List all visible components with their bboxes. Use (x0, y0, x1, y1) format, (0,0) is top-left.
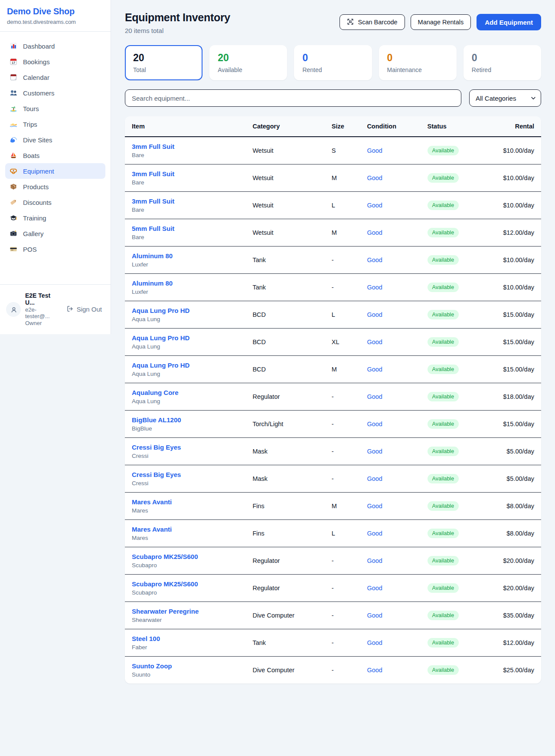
rental-rate-cell: $20.00/day (481, 575, 541, 602)
condition-link[interactable]: Good (367, 311, 382, 318)
sidebar-item-bookings[interactable]: 17Bookings (5, 54, 105, 69)
condition-link[interactable]: Good (367, 284, 382, 291)
status-badge: Available (428, 611, 459, 620)
sidebar-item-products[interactable]: Products (5, 179, 105, 194)
item-name-link[interactable]: Cressi Big Eyes (132, 471, 238, 478)
item-brand: Faber (132, 644, 238, 651)
item-name-link[interactable]: Cressi Big Eyes (132, 444, 238, 451)
condition-link[interactable]: Good (367, 256, 382, 263)
size-cell: - (325, 274, 360, 301)
scan-barcode-button[interactable]: Scan Barcode (340, 14, 405, 30)
condition-link[interactable]: Good (367, 448, 382, 455)
search-input[interactable] (125, 89, 461, 107)
item-name-link[interactable]: Shearwater Peregrine (132, 608, 238, 615)
sidebar-item-label: Equipment (23, 168, 54, 175)
sidebar-item-label: POS (23, 246, 37, 253)
condition-link[interactable]: Good (367, 475, 382, 482)
table-row: Scubapro MK25/S600ScubaproRegulator-Good… (125, 575, 541, 602)
condition-link[interactable]: Good (367, 612, 382, 619)
table-row: 5mm Full SuitBareWetsuitMGoodAvailable$1… (125, 219, 541, 247)
stat-card-retired[interactable]: 0Retired (464, 45, 541, 80)
status-badge: Available (428, 173, 459, 183)
sidebar-item-training[interactable]: Training (5, 210, 105, 226)
item-name-link[interactable]: Suunto Zoop (132, 662, 238, 670)
column-header-rental: Rental (481, 116, 541, 137)
sidebar-item-trips[interactable]: Trips (5, 116, 105, 132)
condition-link[interactable]: Good (367, 530, 382, 537)
sidebar-item-calendar[interactable]: Calendar (5, 69, 105, 85)
sidebar-item-pos[interactable]: POS (5, 241, 105, 257)
condition-link[interactable]: Good (367, 667, 382, 674)
stat-card-available[interactable]: 20Available (209, 45, 287, 80)
table-row: Aqua Lung Pro HDAqua LungBCDLGoodAvailab… (125, 301, 541, 329)
item-name-link[interactable]: 5mm Full Suit (132, 225, 238, 232)
add-equipment-button[interactable]: Add Equipment (477, 14, 541, 30)
condition-link[interactable]: Good (367, 585, 382, 592)
item-brand: Luxfer (132, 289, 238, 295)
size-cell: M (325, 356, 360, 383)
speedboat-icon (10, 120, 17, 128)
item-name-link[interactable]: Aqua Lung Pro HD (132, 362, 238, 369)
status-badge: Available (428, 583, 459, 593)
item-brand: Aqua Lung (132, 343, 238, 350)
sidebar-item-gallery[interactable]: Gallery (5, 226, 105, 241)
condition-link[interactable]: Good (367, 229, 382, 236)
table-row: Aluminum 80LuxferTank-GoodAvailable$10.0… (125, 274, 541, 301)
table-row: 3mm Full SuitBareWetsuitSGoodAvailable$1… (125, 137, 541, 164)
main-content: Equipment Inventory 20 items total Scan … (111, 0, 555, 699)
stat-card-rented[interactable]: 0Rented (294, 45, 372, 80)
item-name-link[interactable]: Steel 100 (132, 635, 238, 642)
category-cell: Regulator (245, 383, 324, 411)
item-name-link[interactable]: Aqua Lung Pro HD (132, 334, 238, 342)
condition-link[interactable]: Good (367, 339, 382, 345)
column-header-category: Category (245, 116, 324, 137)
item-name-link[interactable]: Aqualung Core (132, 389, 238, 396)
brand-name[interactable]: Demo Dive Shop (7, 7, 104, 16)
sidebar-item-dive-sites[interactable]: Dive Sites (5, 132, 105, 148)
item-name-link[interactable]: Mares Avanti (132, 526, 238, 533)
category-cell: Tank (245, 274, 324, 301)
condition-link[interactable]: Good (367, 202, 382, 209)
sidebar-item-discounts[interactable]: Discounts (5, 194, 105, 210)
item-name-link[interactable]: Scubapro MK25/S600 (132, 553, 238, 560)
item-brand: Scubapro (132, 589, 238, 596)
page-title-block: Equipment Inventory 20 items total (125, 11, 230, 34)
condition-link[interactable]: Good (367, 174, 382, 181)
rental-rate-cell: $18.00/day (481, 383, 541, 411)
item-brand: Aqua Lung (132, 371, 238, 377)
stat-card-maintenance[interactable]: 0Maintenance (379, 45, 457, 80)
stat-card-total[interactable]: 20Total (125, 45, 202, 80)
sign-out-button[interactable]: Sign Out (64, 305, 104, 314)
condition-link[interactable]: Good (367, 421, 382, 427)
condition-link[interactable]: Good (367, 147, 382, 154)
size-cell: - (325, 547, 360, 575)
size-cell: - (325, 438, 360, 465)
item-name-link[interactable]: BigBlue AL1200 (132, 416, 238, 424)
condition-link[interactable]: Good (367, 503, 382, 509)
manage-rentals-button[interactable]: Manage Rentals (411, 14, 471, 30)
table-row: Steel 100FaberTank-GoodAvailable$12.00/d… (125, 629, 541, 657)
sidebar-item-dashboard[interactable]: Dashboard (5, 38, 105, 54)
item-name-link[interactable]: 3mm Full Suit (132, 143, 238, 150)
condition-link[interactable]: Good (367, 639, 382, 646)
item-name-link[interactable]: 3mm Full Suit (132, 170, 238, 177)
item-name-link[interactable]: Scubapro MK25/S600 (132, 580, 238, 588)
item-name-link[interactable]: Aluminum 80 (132, 252, 238, 260)
sidebar-item-customers[interactable]: Customers (5, 85, 105, 101)
condition-link[interactable]: Good (367, 393, 382, 400)
sidebar-item-boats[interactable]: Boats (5, 148, 105, 163)
sidebar-item-tours[interactable]: Tours (5, 101, 105, 116)
item-name-link[interactable]: Aluminum 80 (132, 279, 238, 287)
condition-link[interactable]: Good (367, 366, 382, 373)
size-cell: S (325, 137, 360, 164)
size-cell: - (325, 465, 360, 493)
item-name-link[interactable]: 3mm Full Suit (132, 197, 238, 205)
item-name-link[interactable]: Mares Avanti (132, 498, 238, 506)
user-role: Owner (25, 320, 59, 326)
sidebar-item-equipment[interactable]: Equipment (5, 163, 105, 179)
palm-island-icon (10, 105, 17, 112)
category-select[interactable]: All Categories (469, 89, 541, 107)
item-name-link[interactable]: Aqua Lung Pro HD (132, 307, 238, 314)
status-badge: Available (428, 392, 459, 401)
condition-link[interactable]: Good (367, 557, 382, 564)
